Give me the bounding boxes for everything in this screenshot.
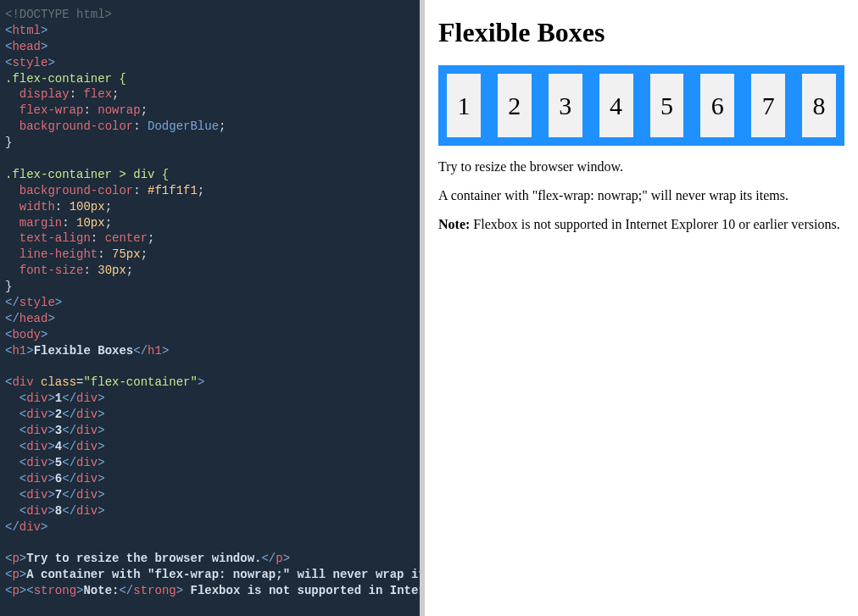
preview-pane: Flexible Boxes 1 2 3 4 5 6 7 8 Try to re… (425, 0, 858, 616)
note-label: Note: (438, 217, 470, 231)
flex-container: 1 2 3 4 5 6 7 8 (438, 65, 844, 146)
preview-paragraph-3: Note: Flexbox is not supported in Intern… (438, 217, 844, 232)
preview-paragraph-2: A container with "flex-wrap: nowrap;" wi… (438, 188, 844, 203)
flex-item-6: 6 (700, 74, 734, 137)
page-title: Flexible Boxes (438, 17, 844, 48)
preview-paragraph-1: Try to resize the browser window. (438, 159, 844, 175)
code-editor-pane[interactable]: <!DOCTYPE html> <html> <head> <style> .f… (0, 0, 420, 616)
code-doctype: <!DOCTYPE html> (5, 8, 112, 21)
flex-item-8: 8 (802, 74, 836, 137)
flex-item-7: 7 (751, 74, 785, 137)
flex-item-4: 4 (599, 74, 633, 137)
note-text: Flexbox is not supported in Internet Exp… (470, 217, 839, 231)
flex-item-2: 2 (498, 74, 532, 137)
flex-item-1: 1 (447, 74, 481, 137)
flex-item-5: 5 (650, 74, 684, 137)
flex-item-3: 3 (549, 74, 582, 137)
css-selector-container: .flex-container { (5, 72, 126, 86)
split-view: <!DOCTYPE html> <html> <head> <style> .f… (0, 0, 858, 616)
css-selector-child: .flex-container > div { (5, 168, 169, 181)
